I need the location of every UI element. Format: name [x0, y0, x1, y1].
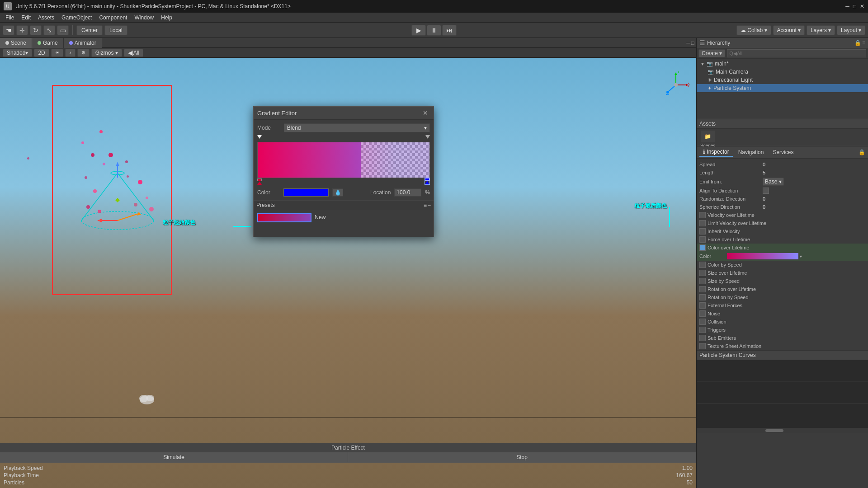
rot-speed-checkbox[interactable] [699, 294, 706, 300]
scene-panel-minimize[interactable]: ─ [686, 40, 690, 46]
alpha-stop-right[interactable] [425, 135, 430, 139]
unity-logo-icon: U [4, 2, 12, 10]
pause-btn[interactable]: ⏸ [427, 25, 441, 36]
collab-btn[interactable]: ☁ Collab ▾ [736, 25, 771, 35]
emit-from-dropdown[interactable]: Base ▾ [763, 178, 784, 186]
scene-panel-maximize[interactable]: □ [691, 40, 694, 46]
hier-main-label: main* [715, 61, 729, 67]
menu-help[interactable]: Help [157, 14, 176, 22]
inherit-vel-checkbox[interactable] [699, 228, 706, 235]
lighting-btn[interactable]: ☀ [51, 49, 63, 57]
hier-camera[interactable]: 📷 Main Camera [697, 68, 868, 76]
svg-marker-16 [115, 198, 120, 202]
play-btn[interactable]: ▶ [411, 25, 426, 36]
color-swatch[interactable] [283, 188, 329, 197]
toolbar-separator-1 [72, 25, 73, 35]
scenes-folder[interactable]: 📁 Scenes [700, 131, 715, 148]
collision-checkbox[interactable] [699, 319, 706, 325]
spherize-label: Spherize Direction [699, 204, 763, 210]
new-preset-item[interactable] [257, 213, 313, 222]
layout-btn[interactable]: Layout ▾ [837, 25, 865, 35]
layers-btn[interactable]: Layers ▾ [807, 25, 835, 35]
tab-scene[interactable]: Scene [0, 38, 32, 48]
color-stop-blue[interactable] [425, 178, 430, 185]
audio-btn[interactable]: ♪ [65, 49, 75, 57]
vel-lifetime-checkbox[interactable] [699, 212, 706, 218]
hier-light[interactable]: ☀ Directional Light [697, 76, 868, 84]
hierarchy-menu-icon[interactable]: ≡ [862, 40, 865, 46]
menu-gameobject[interactable]: GameObject [58, 14, 95, 22]
hier-particles[interactable]: ✦ Particle System [697, 84, 868, 92]
eyedropper-btn[interactable]: 💧 [332, 188, 343, 197]
tab-game[interactable]: Game [32, 38, 64, 48]
step-btn[interactable]: ⏭ [442, 25, 457, 36]
hand-tool-btn[interactable]: ☚ [3, 25, 14, 35]
minimize-btn[interactable]: ─ [845, 3, 849, 9]
location-input[interactable] [394, 188, 421, 197]
create-btn[interactable]: Create ▾ [698, 49, 725, 57]
force-lifetime-checkbox[interactable] [699, 236, 706, 243]
move-tool-btn[interactable]: ✛ [16, 25, 28, 35]
rotate-tool-btn[interactable]: ↻ [30, 25, 42, 35]
noise-checkbox[interactable] [699, 310, 706, 317]
tab-navigation[interactable]: Navigation [735, 148, 768, 156]
local-btn[interactable]: Local [104, 25, 127, 35]
sub-emitters-checkbox[interactable] [699, 335, 706, 341]
maximize-btn[interactable]: □ [853, 3, 856, 9]
inspector-lock-icon[interactable]: 🔒 [859, 149, 865, 155]
tab-animator[interactable]: Animator [64, 38, 102, 48]
vel-lifetime-row: Velocity over Lifetime [697, 211, 868, 219]
2d-btn[interactable]: 2D [34, 49, 49, 57]
curves-scrollbar-thumb[interactable] [765, 429, 783, 432]
triggers-checkbox[interactable] [699, 327, 706, 333]
hierarchy-lock-icon[interactable]: 🔒 [854, 40, 861, 46]
color-speed-checkbox[interactable] [699, 262, 706, 268]
menu-edit[interactable]: Edit [18, 14, 34, 22]
presets-minus-icon[interactable]: − [428, 202, 431, 208]
simulate-btn[interactable]: Simulate [0, 452, 348, 462]
svg-point-25 [103, 163, 105, 165]
menu-window[interactable]: Window [131, 14, 157, 22]
effects-btn[interactable]: ⚙ [77, 49, 90, 57]
color-gradient-bar[interactable] [726, 253, 799, 260]
particle-4 [127, 175, 129, 178]
rect-tool-btn[interactable]: ▭ [57, 25, 69, 35]
shaded-btn[interactable]: Shaded ▾ [3, 49, 32, 57]
hier-main[interactable]: ▼ 📷 main* [697, 60, 868, 68]
ext-forces-checkbox[interactable] [699, 302, 706, 309]
menu-assets[interactable]: Assets [34, 14, 58, 22]
limit-vel-checkbox[interactable] [699, 220, 706, 226]
color-stop-red[interactable] [257, 178, 262, 185]
gizmos-btn[interactable]: Gizmos ▾ [91, 49, 122, 57]
mode-dropdown[interactable]: Blend ▾ [284, 123, 430, 132]
tab-inspector[interactable]: ℹ Inspector [699, 148, 733, 157]
center-label: Center [81, 27, 98, 33]
color-dropdown-arrow[interactable]: ▾ [800, 254, 802, 259]
rot-lifetime-checkbox[interactable] [699, 286, 706, 292]
center-btn[interactable]: Center [76, 25, 103, 35]
size-lifetime-checkbox[interactable] [699, 270, 706, 276]
align-checkbox[interactable] [763, 188, 769, 194]
gradient-strip[interactable] [257, 142, 430, 178]
align-label: Align To Direction [699, 188, 763, 193]
account-btn[interactable]: Account ▾ [773, 25, 805, 35]
texture-anim-checkbox[interactable] [699, 343, 706, 349]
playback-time-row: Playback Time 160.67 [4, 472, 693, 479]
alpha-stop-left[interactable] [257, 135, 262, 139]
svg-point-21 [93, 189, 97, 193]
presets-menu-icon[interactable]: ≡ [424, 202, 427, 208]
curves-scrollbar[interactable] [697, 428, 868, 433]
inspector-panel: ℹ Inspector Navigation Services 🔒 Spread… [697, 146, 868, 488]
collab-label: Collab ▾ [747, 27, 767, 33]
stop-btn[interactable]: Stop [348, 452, 696, 462]
size-speed-checkbox[interactable] [699, 278, 706, 284]
menu-component[interactable]: Component [95, 14, 131, 22]
color-lifetime-checkbox[interactable] [699, 244, 706, 251]
menu-file[interactable]: File [2, 14, 18, 22]
close-btn[interactable]: ✕ [860, 3, 864, 9]
tab-services[interactable]: Services [769, 148, 797, 156]
hierarchy-search-input[interactable] [727, 49, 866, 57]
gradient-editor-close-btn[interactable]: ✕ [421, 108, 430, 117]
scale-tool-btn[interactable]: ⤡ [43, 25, 55, 35]
search-scene-btn[interactable]: ◀|All [124, 49, 143, 57]
